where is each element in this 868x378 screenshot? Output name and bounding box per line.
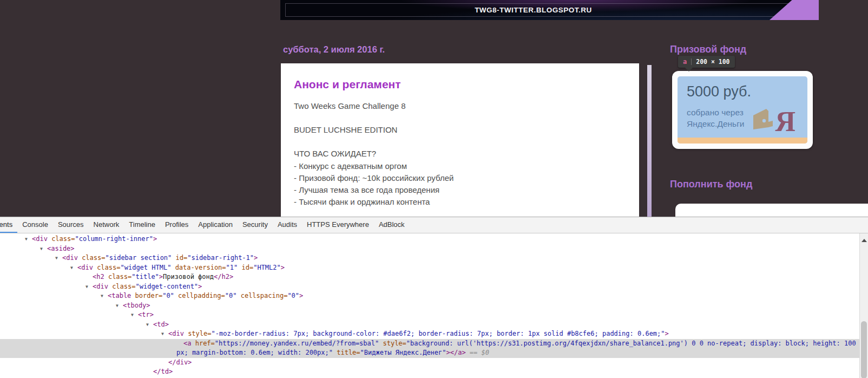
code-token-val: "-moz-border-radius: 7px; background-col… <box>211 330 665 337</box>
post-title-link[interactable]: Анонс и регламент <box>294 78 639 91</box>
code-token-attr: cellspacing= <box>236 292 287 299</box>
devtools-scrollbar[interactable] <box>859 233 868 378</box>
code-token-tag: > <box>665 330 669 337</box>
tooltip-element-tag: a <box>683 58 687 66</box>
tooltip-pointer <box>685 67 693 71</box>
devtools-tree-node[interactable]: <h2 class="title">Призовой фонд</h2> <box>0 272 859 282</box>
code-token-val: "sidebar-right-1" <box>187 254 254 262</box>
devtools-tree-node[interactable]: ▼<aside> <box>0 244 859 254</box>
code-token-text: Призовой фонд <box>163 273 214 281</box>
code-token-tag: <tbody> <box>123 302 150 309</box>
code-token-attr: style= <box>184 330 212 337</box>
fund-subtitle-line1: собрано через <box>687 107 745 118</box>
code-token-tag: <table <box>108 292 131 299</box>
tab-timeline[interactable]: Timeline <box>124 217 160 233</box>
screen: TWG8-TWITTER.BLOGSPOT.RU суббота, 2 июля… <box>0 0 868 378</box>
devtools-tree-node[interactable]: ▼<div style="-moz-border-radius: 7px; ba… <box>0 329 859 339</box>
expand-arrow-icon[interactable]: ▼ <box>116 301 123 311</box>
devtools-tree-node[interactable]: ▼<td> <box>0 320 859 330</box>
tooltip-separator <box>691 58 692 65</box>
code-token-val: "Виджеты Яндекс.Денег" <box>360 349 446 356</box>
scrollbar-thumb[interactable] <box>861 321 867 378</box>
post-paragraph: Two Weeks Game Challenge 8 <box>294 101 639 110</box>
devtools-tree-node[interactable]: </td> <box>0 367 859 377</box>
wallet-icon <box>752 108 774 133</box>
devtools-tree-node[interactable]: ▼<div class="widget-content"> <box>0 282 859 292</box>
tab-adblock[interactable]: AdBlock <box>374 217 410 233</box>
code-token-attr: class= <box>48 235 75 243</box>
tab-application[interactable]: Application <box>193 217 238 233</box>
expand-arrow-icon[interactable]: ▼ <box>40 244 47 254</box>
code-token-val: "0" <box>287 292 299 299</box>
code-token-attr: style= <box>379 340 406 347</box>
code-token-attr: class= <box>78 254 106 262</box>
code-token-tag: > <box>153 235 157 243</box>
post-list-item: - Тысячи фанк и орджинал контента <box>294 198 639 206</box>
code-token-tag: <div <box>62 254 78 262</box>
code-token-tag: <h2 <box>93 273 104 281</box>
banner-title: TWG8-TWITTER.BLOGSPOT.RU <box>280 0 786 20</box>
tab-sources[interactable]: Sources <box>53 217 89 233</box>
devtools-tree-node-selected[interactable]: <a href="https://money.yandex.ru/embed/?… <box>0 339 859 358</box>
code-token-val: "widget-content" <box>135 283 198 290</box>
code-token-meta: == $0 <box>466 349 489 356</box>
code-token-tag: <tr> <box>138 311 154 318</box>
code-token-attr: id= <box>238 264 253 271</box>
code-token-attr: title= <box>333 349 360 356</box>
post-list-item: - Призовой фонд: ~10k российских рублей <box>294 174 639 182</box>
code-token-tag: > <box>299 292 303 299</box>
code-token-tag: <td> <box>153 321 169 328</box>
devtools-tree-node[interactable]: ▼<div class="widget HTML" data-version="… <box>0 263 859 273</box>
expand-arrow-icon[interactable]: ▼ <box>55 253 62 263</box>
code-token-tag: </h2> <box>214 273 233 281</box>
expand-arrow-icon[interactable]: ▼ <box>146 320 153 330</box>
inspect-dimensions-tooltip: a 200 × 100 <box>678 56 735 68</box>
code-token-attr: data-version= <box>171 264 226 271</box>
code-token-val: "1" <box>226 264 238 271</box>
expand-arrow-icon[interactable]: ▼ <box>131 310 138 320</box>
post-list-item: - Лучшая тема за все года проведения <box>294 186 639 194</box>
expand-arrow-icon[interactable]: ▼ <box>70 263 77 273</box>
devtools-tree-node[interactable]: ▼<tr> <box>0 310 859 320</box>
code-token-attr: id= <box>172 254 187 262</box>
yandex-logo-letter: Я <box>775 108 795 136</box>
fund-subtitle-line2: Яндекс.Деньги <box>687 118 745 129</box>
code-token-attr: class= <box>108 283 136 290</box>
tab-elements[interactable]: Elements <box>0 217 17 233</box>
code-token-tag: ></a> <box>446 349 466 356</box>
devtools-tree-node[interactable]: ▼<div class="sidebar section" id="sideba… <box>0 253 859 263</box>
widget-bottom-strip <box>678 138 807 144</box>
devtools-tree-node[interactable]: ▼<div class="column-right-inner"> <box>0 234 859 244</box>
expand-arrow-icon[interactable]: ▼ <box>161 329 168 339</box>
tab-console[interactable]: Console <box>17 217 53 233</box>
code-token-val: "0" <box>225 292 237 299</box>
post-list-item: - Конкурс с адекватным оргом <box>294 162 639 170</box>
expand-arrow-icon[interactable]: ▼ <box>25 234 32 244</box>
devtools-tabbar: Elements Console Sources Network Timelin… <box>0 217 868 233</box>
code-token-val: "column-right-inner" <box>75 235 153 243</box>
code-token-val: "HTML2" <box>253 264 281 271</box>
sidebar-divider <box>647 65 652 217</box>
post-card: Анонс и регламент Two Weeks Game Challen… <box>281 63 639 217</box>
blog-header-banner[interactable]: TWG8-TWITTER.BLOGSPOT.RU <box>280 0 819 20</box>
yandex-money-balance-widget[interactable]: 5000 руб. собрано через Яндекс.Деньги Я <box>672 71 813 149</box>
code-token-tag: > <box>159 273 163 281</box>
expand-arrow-icon[interactable]: ▼ <box>86 282 93 292</box>
tab-audits[interactable]: Audits <box>273 217 302 233</box>
devtools-tree-node[interactable]: ▼<tbody> <box>0 301 859 311</box>
tab-https-everywhere[interactable]: HTTPS Everywhere <box>302 217 374 233</box>
tooltip-dimensions: 200 × 100 <box>696 58 729 66</box>
code-token-attr: cellpadding= <box>174 292 225 299</box>
tab-profiles[interactable]: Profiles <box>160 217 193 233</box>
code-token-val: "title" <box>131 273 159 281</box>
code-token-val: "0" <box>162 292 174 299</box>
tab-security[interactable]: Security <box>238 217 273 233</box>
devtools-tree-node[interactable]: ▼<table border="0" cellpadding="0" cells… <box>0 291 859 301</box>
devtools-tree-node[interactable]: </div> <box>0 358 859 368</box>
expand-arrow-icon[interactable]: ▼ <box>101 291 108 301</box>
code-token-val: "widget HTML" <box>120 264 171 271</box>
scrollbar-up-arrow-icon[interactable] <box>860 237 868 244</box>
tab-network[interactable]: Network <box>89 217 124 233</box>
code-token-val: "https://money.yandex.ru/embed/?from=sba… <box>215 340 379 347</box>
code-token-val: "sidebar section" <box>105 254 172 262</box>
